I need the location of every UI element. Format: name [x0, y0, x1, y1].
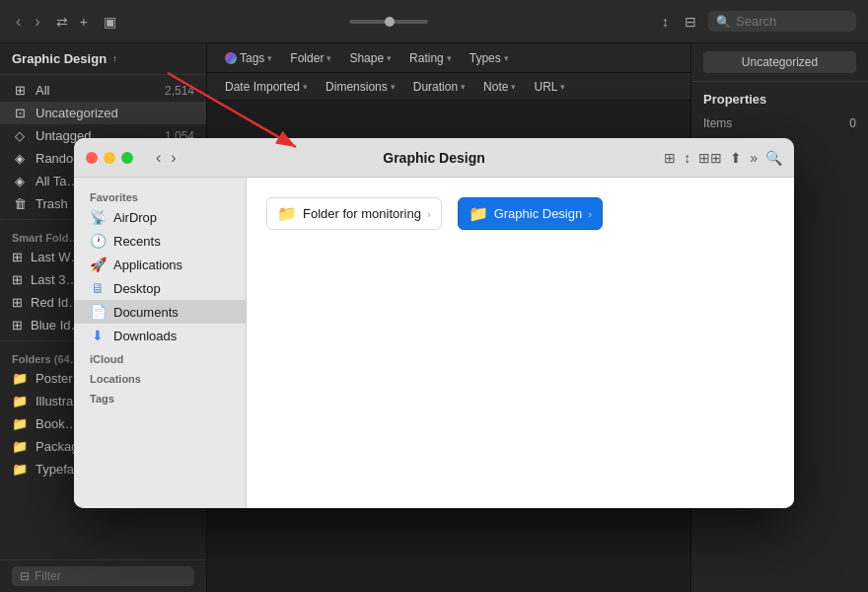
finder-search-button[interactable]: 🔍 [765, 150, 782, 166]
applications-icon: 🚀 [90, 257, 106, 272]
finder-item-recents[interactable]: 🕐 Recents [74, 229, 246, 253]
finder-item-applications[interactable]: 🚀 Applications [74, 253, 246, 276]
date-imported-chevron: ▾ [303, 82, 308, 92]
sidebar-alltags-label: All Ta… [36, 174, 80, 188]
finder-folder-graphic-design[interactable]: 📁 Graphic Design › [458, 197, 603, 230]
search-box: 🔍 [708, 11, 856, 32]
filter-chip-dimensions[interactable]: Dimensions ▾ [320, 78, 401, 96]
graphic-design-folder-label: Graphic Design [494, 206, 583, 221]
filter-chip-note[interactable]: Note ▾ [477, 78, 522, 96]
finder-dialog: ‹ › Graphic Design ⊞ ↕ ⊞⊞ ⬆ » 🔍 Favorite… [74, 138, 794, 508]
forward-button[interactable]: › [31, 11, 43, 33]
finder-icloud-label: iCloud [74, 347, 246, 367]
finder-share-button[interactable]: ⬆ [730, 150, 742, 166]
finder-item-downloads[interactable]: ⬇ Downloads [74, 324, 246, 347]
sidebar-all-label: All [36, 83, 49, 98]
add-button[interactable]: + [76, 12, 92, 32]
items-label: Items [703, 116, 732, 130]
filter-icon[interactable]: ⊟ [685, 14, 696, 30]
items-count: 0 [849, 116, 856, 130]
last-3-label: Last 3… [31, 272, 78, 287]
filter-input[interactable] [35, 569, 182, 583]
finder-title: Graphic Design [383, 150, 484, 166]
traffic-lights [86, 152, 133, 164]
finder-forward-button[interactable]: › [168, 149, 179, 167]
finder-columns-button[interactable]: ⊞ [664, 150, 676, 166]
monitoring-folder-arrow: › [427, 208, 431, 220]
finder-item-desktop[interactable]: 🖥 Desktop [74, 276, 246, 300]
properties-title: Properties [703, 92, 856, 107]
uncategorized-icon: ⊡ [12, 106, 28, 120]
sidebar-item-all[interactable]: ⊞ All 2,514 [0, 79, 206, 102]
minimize-button[interactable] [104, 152, 115, 164]
finder-back-button[interactable]: ‹ [153, 149, 164, 167]
finder-titlebar: ‹ › Graphic Design ⊞ ↕ ⊞⊞ ⬆ » 🔍 [74, 138, 794, 178]
sidebar-header: Graphic Design ↑ [0, 43, 206, 75]
finder-sidebar: Favorites 📡 AirDrop 🕐 Recents 🚀 Applicat… [74, 178, 247, 508]
finder-grid-button[interactable]: ⊞⊞ [698, 150, 722, 166]
panel-button[interactable]: ▣ [100, 12, 120, 32]
finder-sort-button[interactable]: ↕ [684, 150, 690, 166]
back-button[interactable]: ‹ [12, 11, 25, 33]
filter-chip-folder[interactable]: Folder ▾ [284, 49, 337, 67]
sidebar-title-arrow: ↑ [112, 53, 117, 64]
close-button[interactable] [86, 152, 98, 164]
folder-label: Folder [290, 51, 324, 65]
packaging-folder-icon: 📁 [12, 439, 28, 454]
finder-main-pane: 📁 Folder for monitoring › 📁 Graphic Desi… [247, 178, 794, 508]
graphic-design-folder-icon: 📁 [469, 204, 488, 223]
trash-icon: 🗑 [12, 196, 28, 211]
finder-folder-monitoring[interactable]: 📁 Folder for monitoring › [266, 197, 442, 230]
finder-item-airdrop[interactable]: 📡 AirDrop [74, 205, 246, 229]
red-id-icon: ⊞ [12, 295, 23, 310]
property-row-items: Items 0 [703, 114, 856, 132]
types-chevron: ▾ [504, 53, 509, 63]
graphic-design-folder-arrow: › [588, 208, 592, 220]
finder-nav: ‹ › [153, 149, 180, 167]
sort-icon[interactable]: ↕ [662, 14, 669, 30]
desktop-label: Desktop [113, 281, 161, 296]
toolbar-nav: ‹ › [12, 11, 44, 33]
desktop-icon: 🖥 [90, 280, 106, 296]
tags-color-icon [225, 52, 237, 64]
last-week-icon: ⊞ [12, 250, 23, 264]
alltags-icon: ◈ [12, 174, 28, 188]
filter-chip-types[interactable]: Types ▾ [464, 49, 515, 67]
applications-label: Applications [113, 258, 182, 272]
duration-chevron: ▾ [461, 82, 466, 92]
typeface-folder-icon: 📁 [12, 462, 28, 477]
slider-container [128, 20, 650, 24]
maximize-button[interactable] [121, 152, 133, 164]
sidebar-item-uncategorized[interactable]: ⊡ Uncategorized [0, 102, 206, 124]
filter-chip-duration[interactable]: Duration ▾ [407, 78, 471, 96]
finder-item-documents[interactable]: 📄 Documents [74, 300, 246, 324]
book-label: Book… [36, 416, 78, 431]
sidebar-all-count: 2,514 [165, 84, 194, 98]
rating-label: Rating [409, 51, 444, 65]
tags-label: Tags [240, 51, 264, 65]
finder-more-button[interactable]: » [750, 150, 758, 166]
filter-chip-url[interactable]: URL ▾ [528, 78, 571, 96]
last-3-icon: ⊞ [12, 272, 23, 287]
filter-chip-tags[interactable]: Tags ▾ [219, 49, 278, 67]
url-label: URL [534, 80, 557, 94]
finder-body: Favorites 📡 AirDrop 🕐 Recents 🚀 Applicat… [74, 178, 794, 508]
filter-box-icon: ⊟ [20, 569, 30, 583]
toolbar: ‹ › ⇄ + ▣ ↕ ⊟ 🔍 [0, 0, 868, 43]
sidebar-uncategorized-label: Uncategorized [36, 106, 118, 120]
filter-chip-shape[interactable]: Shape ▾ [343, 49, 398, 67]
filter-chip-date-imported[interactable]: Date Imported ▾ [219, 78, 314, 96]
airdrop-icon: 📡 [90, 209, 106, 225]
documents-label: Documents [113, 305, 179, 320]
finder-locations-label: Locations [74, 367, 246, 387]
monitoring-folder-icon: 📁 [277, 204, 297, 223]
note-chevron: ▾ [511, 82, 516, 92]
downloads-label: Downloads [113, 329, 177, 343]
search-input[interactable] [736, 14, 848, 29]
duration-label: Duration [413, 80, 458, 94]
filters-bar-1: Tags ▾ Folder ▾ Shape ▾ Rating ▾ Types [207, 43, 690, 73]
finder-favorites-label: Favorites [74, 185, 246, 205]
filter-chip-rating[interactable]: Rating ▾ [403, 49, 458, 67]
downloads-icon: ⬇ [90, 328, 106, 343]
url-chevron: ▾ [560, 82, 565, 92]
